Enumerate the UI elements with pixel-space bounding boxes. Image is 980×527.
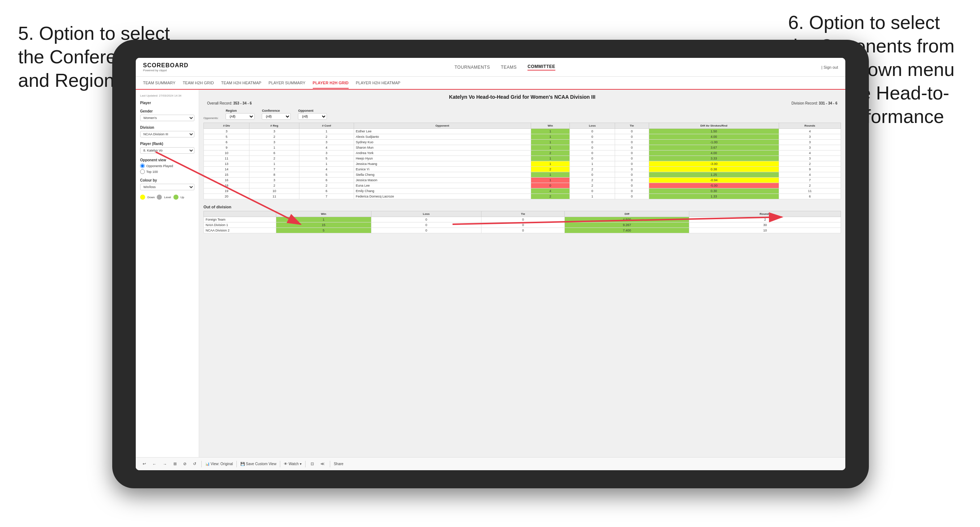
undo-button[interactable]: ↩ [141, 461, 147, 467]
sub-nav-team-h2h-grid[interactable]: TEAM H2H GRID [183, 78, 214, 88]
table-cell-conf: 6 [299, 178, 354, 183]
table-cell-div: 11 [204, 156, 250, 161]
ood-cell-tie: 0 [482, 217, 565, 222]
out-of-division-table: Win Loss Tie Diff Rounds Foreign Team 1 … [204, 211, 841, 233]
table-cell-loss: 0 [570, 145, 615, 151]
table-cell-reg: 2 [250, 156, 299, 161]
toolbar-divider-4 [305, 461, 305, 467]
player-rank-select[interactable]: 8. Katelyn Vo [140, 147, 194, 154]
table-cell-tie: 0 [615, 172, 649, 178]
sub-nav-player-h2h-grid[interactable]: PLAYER H2H GRID [313, 78, 348, 89]
col-div: # Div [204, 123, 250, 129]
table-cell-tie: 0 [615, 167, 649, 172]
table-cell-win: 4 [531, 189, 570, 194]
colour-select[interactable]: Win/loss [140, 184, 194, 190]
table-cell-reg: 11 [250, 194, 299, 199]
color-label-up: Up [181, 196, 184, 199]
region-select[interactable]: (All) [226, 113, 255, 120]
table-cell-div: 15 [204, 172, 250, 178]
table-cell-win: 1 [531, 161, 570, 167]
table-cell-div: 19 [204, 189, 250, 194]
back-button[interactable]: ← [151, 461, 158, 467]
table-cell-opponent: Sydney Kuo [354, 140, 531, 145]
content-area: Katelyn Vo Head-to-Head Grid for Women's… [199, 90, 845, 470]
table-cell-div: 10 [204, 151, 250, 156]
out-of-division-title: Out of division [204, 205, 841, 209]
color-indicators: Down Level Up [140, 195, 194, 200]
layout-button[interactable]: ⊡ [309, 461, 315, 467]
table-cell-loss: 2 [570, 183, 615, 189]
watch-button[interactable]: 👁 Watch ▾ [284, 462, 302, 466]
save-custom-view-button[interactable]: 💾 Save Custom View [240, 462, 276, 466]
col-diff: Diff Av Strokes/Rnd [649, 123, 779, 129]
nav-tab-teams[interactable]: TEAMS [501, 65, 517, 70]
toolbar-divider-2 [236, 461, 237, 467]
table-cell-reg: 1 [250, 161, 299, 167]
collapse-button[interactable]: ≪ [319, 461, 326, 467]
filter-opponent-label: Opponent [298, 109, 327, 113]
table-cell-reg: 1 [250, 145, 299, 151]
table-cell-div: 9 [204, 145, 250, 151]
grid-button[interactable]: ⊞ [172, 461, 178, 467]
table-cell-reg: 2 [250, 183, 299, 189]
ood-col-rounds: Rounds [689, 211, 841, 217]
table-cell-tie: 0 [615, 183, 649, 189]
ood-cell-name: Foreign Team [204, 217, 276, 222]
table-cell-div: 16 [204, 178, 250, 183]
table-cell-div: 18 [204, 183, 250, 189]
ood-cell-diff: 9.267 [565, 222, 689, 228]
radio-top-100[interactable]: Top 100 [140, 169, 194, 174]
filter-opponent-group: Opponent (All) [298, 109, 327, 120]
table-cell-opponent: Jessica Mason [354, 178, 531, 183]
sub-nav-player-summary[interactable]: PLAYER SUMMARY [269, 78, 305, 88]
table-cell-conf: 3 [299, 151, 354, 156]
table-cell-loss: 0 [570, 151, 615, 156]
table-cell-win: 2 [531, 151, 570, 156]
table-cell-rounds: 2 [779, 183, 841, 189]
conference-select[interactable]: (All) [262, 113, 291, 120]
color-dot-up [173, 195, 178, 200]
sub-nav-team-h2h-heatmap[interactable]: TEAM H2H HEATMAP [221, 78, 261, 88]
nav-tab-tournaments[interactable]: TOURNAMENTS [454, 65, 490, 70]
filter-button[interactable]: ⊘ [182, 461, 188, 467]
ood-cell-win: 5 [276, 228, 371, 233]
table-cell-reg: 7 [250, 167, 299, 172]
sign-out-link[interactable]: | Sign out [821, 65, 838, 70]
sidebar-player-section: Player [140, 101, 194, 105]
sidebar-opponent-view-label: Opponent view [140, 158, 194, 162]
filter-opponents-group: Opponents: [204, 116, 218, 120]
table-cell-diff: -1.00 [649, 140, 779, 145]
opponent-select[interactable]: (All) [298, 113, 327, 120]
gender-select[interactable]: Women's Men's [140, 115, 194, 121]
table-cell-loss: 0 [570, 189, 615, 194]
table-cell-conf: 1 [299, 129, 354, 134]
refresh-button[interactable]: ↺ [191, 461, 198, 467]
main-content: Last Updated: 27/03/2024 14:34 Player Ge… [136, 90, 845, 470]
nav-tab-committee[interactable]: COMMITTEE [527, 64, 555, 70]
sub-nav-team-summary[interactable]: TEAM SUMMARY [143, 78, 176, 88]
radio-opponents-played[interactable]: Opponents Played [140, 163, 194, 168]
sub-nav-player-h2h-heatmap[interactable]: PLAYER H2H HEATMAP [356, 78, 400, 88]
table-cell-loss: 1 [570, 194, 615, 199]
table-cell-conf: 7 [299, 194, 354, 199]
division-select[interactable]: NCAA Division III [140, 131, 194, 137]
filter-region-group: Region (All) [226, 109, 255, 120]
sidebar-player-rank-section: Player (Rank) 8. Katelyn Vo [140, 142, 194, 154]
sidebar-player-label: Player [140, 101, 194, 105]
ood-cell-diff: 7.400 [565, 228, 689, 233]
table-cell-opponent: Eunice Yi [354, 167, 531, 172]
table-cell-diff: 0.38 [649, 167, 779, 172]
table-cell-reg: 2 [250, 134, 299, 140]
table-cell-tie: 0 [615, 189, 649, 194]
view-original-button[interactable]: 📊 View: Original [205, 462, 233, 466]
table-cell-rounds: 3 [779, 140, 841, 145]
col-rounds: Rounds [779, 123, 841, 129]
overall-record: Overall Record: 353 - 34 - 6 [207, 101, 251, 105]
table-cell-reg: 3 [250, 178, 299, 183]
forward-button[interactable]: → [161, 461, 168, 467]
ood-cell-rounds: 10 [689, 228, 841, 233]
ood-cell-rounds: 30 [689, 222, 841, 228]
table-cell-opponent: Heejo Hyun [354, 156, 531, 161]
logo-sub: Powered by clippd [143, 69, 189, 72]
share-button[interactable]: Share [334, 462, 344, 466]
